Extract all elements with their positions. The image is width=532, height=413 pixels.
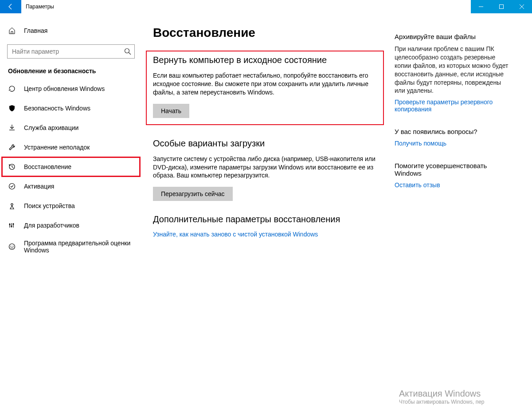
aside-help-link[interactable]: Получить помощь (395, 140, 446, 147)
sidebar-item-backup[interactable]: Служба архивации (2, 118, 140, 138)
more-recovery-section: Дополнительные параметры восстановления … (153, 214, 377, 238)
advanced-startup-heading: Особые варианты загрузки (153, 138, 377, 149)
restart-now-button[interactable]: Перезагрузить сейчас (153, 187, 233, 201)
svg-point-3 (9, 184, 15, 189)
window-title: Параметры (21, 4, 54, 10)
titlebar: Параметры (0, 0, 532, 13)
watermark-line1: Активация Windows (399, 389, 514, 399)
svg-point-7 (13, 224, 14, 224)
aside-questions-block: У вас появились вопросы? Получить помощь (395, 128, 510, 147)
sidebar-item-label: Устранение неполадок (24, 144, 140, 151)
sidebar-item-insider[interactable]: Программа предварительной оценки Windows (2, 235, 140, 258)
svg-point-5 (9, 224, 10, 225)
sidebar-item-recovery[interactable]: Восстановление (2, 157, 140, 177)
maximize-button[interactable] (491, 0, 512, 13)
home-label: Главная (24, 27, 47, 34)
sidebar-item-developers[interactable]: Для разработчиков (2, 216, 140, 235)
home-icon (8, 27, 16, 34)
sidebar-item-label: Для разработчиков (24, 222, 140, 229)
more-recovery-heading: Дополнительные параметры восстановления (153, 214, 377, 224)
aside-feedback-link[interactable]: Оставить отзыв (395, 181, 440, 189)
sidebar-item-label: Служба архивации (24, 124, 140, 131)
search-field[interactable] (7, 44, 135, 59)
aside-backup-block: Архивируйте ваши файлы При наличии пробл… (395, 33, 510, 113)
sidebar-item-label: Безопасность Windows (24, 105, 140, 112)
sidebar-item-home[interactable]: Главная (2, 22, 140, 39)
sidebar: Главная Обновление и безопасность Центр … (0, 13, 142, 413)
insider-icon (8, 243, 16, 250)
svg-point-9 (11, 246, 12, 247)
search-icon (124, 48, 131, 55)
sidebar-nav: Центр обновления Windows Безопасность Wi… (2, 79, 140, 258)
svg-point-10 (13, 246, 14, 247)
sidebar-item-security[interactable]: Безопасность Windows (2, 98, 140, 118)
sidebar-item-troubleshoot[interactable]: Устранение неполадок (2, 138, 140, 157)
window-controls (471, 0, 532, 13)
body: Главная Обновление и безопасность Центр … (0, 13, 532, 413)
aside: Архивируйте ваши файлы При наличии пробл… (395, 13, 510, 413)
back-button[interactable] (0, 0, 21, 13)
page-title: Восстановление (153, 26, 377, 40)
reset-heading: Вернуть компьютер в исходное состояние (153, 55, 377, 65)
update-icon (8, 85, 16, 92)
advanced-startup-description: Запустите систему с устройства либо диск… (153, 155, 377, 180)
content: Восстановление Вернуть компьютер в исход… (142, 13, 395, 413)
sidebar-item-label: Центр обновления Windows (24, 85, 140, 92)
fresh-start-link[interactable]: Узнайте, как начать заново с чистой уста… (153, 231, 318, 238)
sidebar-item-label: Поиск устройства (24, 202, 140, 209)
sidebar-item-label: Активация (24, 183, 140, 190)
reset-description: Если ваш компьютер работает нестабильно,… (153, 71, 377, 97)
advanced-startup-section: Особые варианты загрузки Запустите систе… (153, 138, 377, 201)
shield-icon (8, 105, 16, 112)
main: Восстановление Вернуть компьютер в исход… (142, 13, 532, 413)
search-input[interactable] (7, 44, 135, 59)
settings-window: Параметры Главная (0, 0, 532, 413)
svg-point-8 (9, 244, 15, 250)
sidebar-item-find-device[interactable]: Поиск устройства (2, 196, 140, 216)
developers-icon (8, 222, 16, 229)
aside-backup-desc: При наличии проблем с вашим ПК целесообр… (395, 45, 510, 95)
svg-rect-0 (500, 5, 504, 9)
reset-start-button[interactable]: Начать (153, 104, 189, 118)
minimize-button[interactable] (471, 0, 491, 13)
sidebar-group-title: Обновление и безопасность (2, 67, 140, 79)
reset-pc-section: Вернуть компьютер в исходное состояние Е… (146, 51, 384, 125)
watermark-line2: Чтобы активировать Windows, пер (399, 399, 514, 405)
svg-point-6 (11, 226, 12, 227)
aside-backup-heading: Архивируйте ваши файлы (395, 33, 510, 40)
backup-icon (8, 124, 16, 131)
aside-feedback-heading: Помогите усовершенствовать Windows (395, 162, 510, 177)
sidebar-item-label: Восстановление (24, 163, 140, 170)
recovery-icon (8, 163, 16, 170)
find-device-icon (8, 202, 16, 209)
svg-point-4 (11, 204, 13, 205)
wrench-icon (8, 144, 16, 151)
sidebar-item-label: Программа предварительной оценки Windows (24, 240, 140, 254)
activation-watermark: Активация Windows Чтобы активировать Win… (399, 389, 514, 405)
svg-point-1 (125, 49, 129, 53)
sidebar-item-activation[interactable]: Активация (2, 177, 140, 196)
sidebar-item-windows-update[interactable]: Центр обновления Windows (2, 79, 140, 98)
close-button[interactable] (512, 0, 532, 13)
aside-feedback-block: Помогите усовершенствовать Windows Остав… (395, 162, 510, 189)
check-icon (8, 183, 16, 190)
aside-questions-heading: У вас появились вопросы? (395, 128, 510, 135)
aside-backup-link[interactable]: Проверьте параметры резервного копирован… (395, 98, 510, 113)
